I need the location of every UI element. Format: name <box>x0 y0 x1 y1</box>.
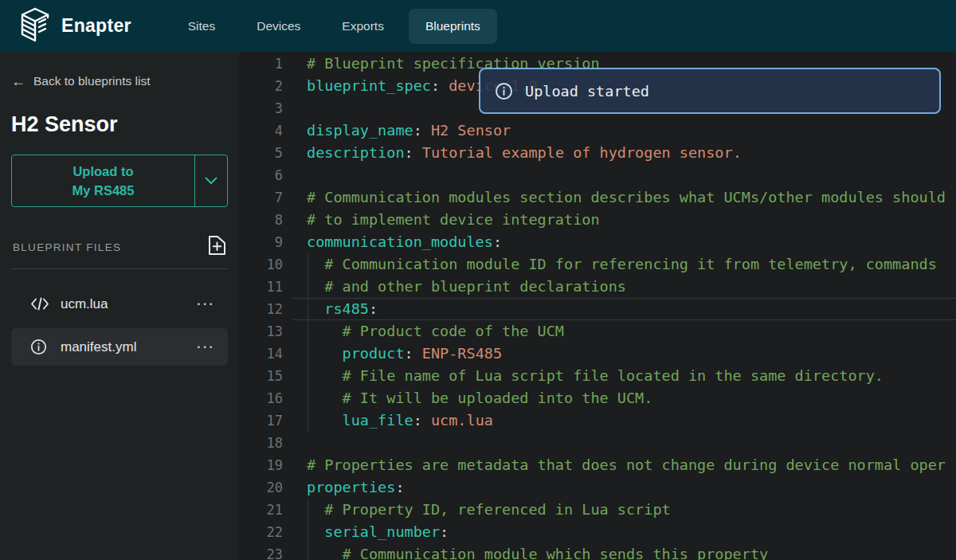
file-menu-icon[interactable]: ··· <box>197 296 215 312</box>
line-number: 6 <box>239 164 293 186</box>
code-line-6[interactable]: 6 <box>239 164 956 186</box>
code-line-17[interactable]: 17 lua_file: ucm.lua <box>239 409 956 432</box>
line-number: 21 <box>239 499 293 521</box>
line-number: 10 <box>239 253 293 276</box>
code-line-12[interactable]: 12 rs485: <box>239 298 956 320</box>
line-number: 22 <box>239 521 293 543</box>
code-line-13[interactable]: 13 # Product code of the UCM <box>239 320 956 343</box>
file-row-manifest.yml[interactable]: manifest.yml··· <box>11 328 228 366</box>
back-arrow-icon: ← <box>11 74 25 88</box>
code-text: properties: <box>293 476 405 499</box>
info-icon <box>495 82 513 100</box>
line-number: 3 <box>239 97 293 119</box>
code-line-5[interactable]: 5description: Tutorial example of hydrog… <box>239 142 956 164</box>
code-text: # Communication modules section describe… <box>293 186 946 209</box>
code-text: description: Tutorial example of hydroge… <box>293 142 742 164</box>
page-title: H2 Sensor <box>11 112 228 137</box>
back-link-label: Back to blueprints list <box>33 74 150 88</box>
sidebar: ← Back to blueprints list H2 Sensor Uplo… <box>0 52 239 560</box>
code-text: rs485: <box>293 298 378 320</box>
code-line-10[interactable]: 10 # Communication module ID for referen… <box>239 253 956 276</box>
code-line-8[interactable]: 8# to implement device integration <box>239 209 956 231</box>
blueprint-files-header: BLUEPRINT FILES <box>11 236 228 258</box>
code-line-18[interactable]: 18 <box>239 432 956 454</box>
code-text: serial_number: <box>293 521 449 543</box>
line-number: 11 <box>239 276 293 298</box>
code-text: communication_modules: <box>293 231 502 253</box>
upload-button[interactable]: Upload to My RS485 <box>12 155 194 206</box>
code-line-15[interactable]: 15 # File name of Lua script file locate… <box>239 365 956 387</box>
code-line-14[interactable]: 14 product: ENP-RS485 <box>239 343 956 365</box>
code-text: display_name: H2 Sensor <box>293 119 511 142</box>
top-navbar: Enapter SitesDevicesExportsBlueprints <box>0 0 956 52</box>
line-number: 7 <box>239 186 293 209</box>
code-text: # It will be uploaded into the UCM. <box>293 387 652 409</box>
line-number: 17 <box>239 409 293 432</box>
brand[interactable]: Enapter <box>19 7 131 45</box>
line-number: 8 <box>239 209 293 231</box>
line-number: 13 <box>239 320 293 343</box>
back-to-blueprints-link[interactable]: ← Back to blueprints list <box>11 74 228 88</box>
code-line-20[interactable]: 20properties: <box>239 476 956 499</box>
code-lines: 1# Blueprint specification version2bluep… <box>239 52 956 560</box>
code-text: # Communication module ID for referencin… <box>293 253 937 276</box>
code-line-19[interactable]: 19# Properties are metadata that does no… <box>239 454 956 476</box>
line-number: 16 <box>239 387 293 409</box>
code-line-21[interactable]: 21 # Property ID, referenced in Lua scri… <box>239 499 956 521</box>
code-text: product: ENP-RS485 <box>293 343 502 365</box>
code-text: # Property ID, referenced in Lua script <box>293 499 671 521</box>
code-editor[interactable]: 1# Blueprint specification version2bluep… <box>239 52 956 560</box>
line-number: 20 <box>239 476 293 499</box>
toast-notification[interactable]: Upload started <box>479 68 941 114</box>
line-number: 18 <box>239 432 293 454</box>
files-section-label: BLUEPRINT FILES <box>13 241 121 253</box>
code-line-11[interactable]: 11 # and other blueprint declarations <box>239 276 956 298</box>
code-text: # to implement device integration <box>293 209 600 231</box>
line-number: 4 <box>239 119 293 142</box>
code-line-9[interactable]: 9communication_modules: <box>239 231 956 253</box>
code-line-23[interactable]: 23 # Communication module which sends th… <box>239 543 956 560</box>
brand-name: Enapter <box>61 15 131 37</box>
nav-items: SitesDevicesExportsBlueprints <box>171 9 497 44</box>
code-line-4[interactable]: 4display_name: H2 Sensor <box>239 119 956 142</box>
code-line-22[interactable]: 22 serial_number: <box>239 521 956 543</box>
divider <box>11 268 228 269</box>
file-plus-icon <box>208 235 226 259</box>
code-text: # Product code of the UCM <box>293 320 564 343</box>
file-menu-icon[interactable]: ··· <box>197 339 215 355</box>
code-line-16[interactable]: 16 # It will be uploaded into the UCM. <box>239 387 956 409</box>
file-list: ucm.lua···manifest.yml··· <box>11 285 228 366</box>
code-text <box>293 432 307 454</box>
nav-item-exports[interactable]: Exports <box>325 9 401 44</box>
code-text: lua_file: ucm.lua <box>293 409 493 432</box>
file-row-ucm.lua[interactable]: ucm.lua··· <box>11 285 228 323</box>
line-number: 2 <box>239 75 293 97</box>
code-text: # Properties are metadata that does not … <box>293 454 946 476</box>
line-number: 15 <box>239 365 293 387</box>
nav-item-devices[interactable]: Devices <box>240 9 317 44</box>
file-name: manifest.yml <box>61 339 197 355</box>
nav-item-blueprints[interactable]: Blueprints <box>409 9 497 44</box>
code-icon <box>30 297 51 311</box>
upload-dropdown-button[interactable] <box>195 155 227 206</box>
chevron-down-icon <box>205 174 217 188</box>
line-number: 19 <box>239 454 293 476</box>
line-number: 1 <box>239 53 293 75</box>
upload-label-line1: Upload to <box>72 162 133 181</box>
line-number: 9 <box>239 231 293 253</box>
info-icon <box>30 339 51 355</box>
line-number: 14 <box>239 343 293 365</box>
toast-message: Upload started <box>525 83 649 100</box>
nav-item-sites[interactable]: Sites <box>171 9 232 44</box>
file-name: ucm.lua <box>61 296 197 312</box>
line-number: 23 <box>239 543 293 560</box>
upload-split-button: Upload to My RS485 <box>11 155 228 207</box>
enapter-logo-icon <box>19 7 51 45</box>
code-text <box>293 164 307 186</box>
code-text: # Communication module which sends this … <box>293 543 768 560</box>
code-line-7[interactable]: 7# Communication modules section describ… <box>239 186 956 209</box>
upload-label-line2: My RS485 <box>72 181 135 200</box>
code-text: # File name of Lua script file located i… <box>293 365 884 387</box>
add-file-button[interactable] <box>208 235 226 259</box>
line-number: 5 <box>239 142 293 164</box>
